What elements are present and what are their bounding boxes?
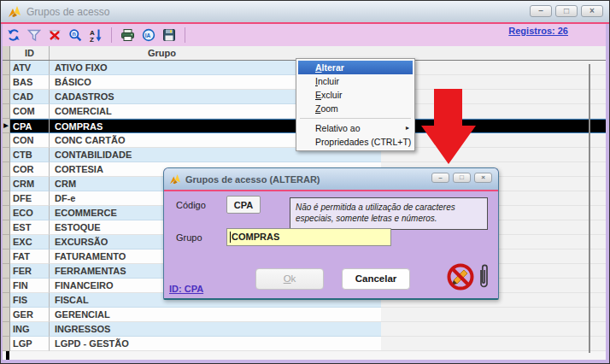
codigo-field[interactable]: CPA xyxy=(226,196,261,214)
zoom-search-icon[interactable]: n xyxy=(67,28,82,43)
cell-id[interactable]: LGP xyxy=(10,337,50,351)
row-selector[interactable] xyxy=(3,250,10,264)
cancel-button[interactable]: Cancelar xyxy=(342,268,410,290)
cell-id[interactable]: ING xyxy=(10,322,50,337)
row-selector[interactable] xyxy=(3,133,10,148)
vertical-scrollbar[interactable] xyxy=(589,64,590,353)
row-selector[interactable] xyxy=(3,337,10,351)
row-selector[interactable] xyxy=(3,90,10,104)
cell-id[interactable]: CAD xyxy=(10,90,50,104)
print-icon[interactable] xyxy=(120,28,135,43)
butterfly-logo-icon xyxy=(8,6,21,18)
menu-item-relativo-ao[interactable]: Relativo ao▸ xyxy=(298,121,413,135)
submenu-arrow-icon: ▸ xyxy=(406,121,409,135)
column-header-id[interactable]: ID xyxy=(10,46,50,60)
cell-id[interactable]: FIN xyxy=(10,279,50,293)
context-menu: AlterarIncluirExcluirZoomRelativo ao▸Pro… xyxy=(296,58,415,151)
dialog-titlebar: Grupos de acesso (ALTERAR) –□× xyxy=(164,168,498,190)
row-selector[interactable] xyxy=(3,206,10,220)
grupo-label: Grupo xyxy=(176,232,202,243)
cell-id[interactable]: CPA xyxy=(10,119,50,133)
refresh-icon[interactable] xyxy=(6,28,21,43)
cell-id[interactable]: CTB xyxy=(10,148,50,162)
warning-message: Não é permitida a utilização de caracter… xyxy=(290,197,488,230)
table-row[interactable]: INGINGRESSOS xyxy=(3,322,606,337)
row-selector[interactable] xyxy=(3,293,10,308)
row-selector[interactable] xyxy=(3,104,10,119)
row-selector[interactable] xyxy=(3,308,10,322)
dialog-body: Código CPA Não é permitida a utilização … xyxy=(164,191,498,298)
cell-id[interactable]: ATV xyxy=(10,61,50,75)
toolbar-separator xyxy=(185,27,185,43)
filter-icon[interactable] xyxy=(26,28,41,43)
grid-bottom-strip xyxy=(3,351,606,360)
id-link[interactable]: ID: CPA xyxy=(169,284,203,294)
ia-icon[interactable]: IA xyxy=(141,28,155,43)
text-cursor xyxy=(230,232,231,243)
cell-id[interactable]: COR xyxy=(10,162,50,177)
row-selector[interactable] xyxy=(3,322,10,337)
toolbar-separator xyxy=(111,27,112,43)
main-titlebar: Grupos de acesso –□× xyxy=(1,1,609,22)
dialog-window-controls: –□× xyxy=(431,173,492,183)
window-border-bottom xyxy=(1,360,609,364)
toolbar: n AZ IA Registros: 26 xyxy=(3,24,606,46)
menu-item-propriedades-ctrl-t[interactable]: Propriedades (CTRL+T) xyxy=(298,135,413,149)
row-selector[interactable] xyxy=(3,162,10,177)
save-icon[interactable] xyxy=(161,28,176,43)
selected-row-marker[interactable]: ▶ xyxy=(3,119,10,133)
row-selector[interactable] xyxy=(3,177,10,191)
row-filler xyxy=(381,308,606,322)
cell-id[interactable]: ECO xyxy=(10,206,50,220)
selector-column-header xyxy=(3,46,10,60)
cell-id[interactable]: COM xyxy=(10,104,50,119)
maximize-button[interactable]: □ xyxy=(453,173,471,183)
menu-item-excluir[interactable]: Excluir xyxy=(298,88,413,102)
cell-id[interactable]: FAT xyxy=(10,250,50,264)
window-controls: –□× xyxy=(530,5,603,17)
codigo-label: Código xyxy=(176,200,206,210)
attachment-icon xyxy=(478,261,490,294)
menu-item-incluir[interactable]: Incluir xyxy=(298,74,413,88)
row-selector[interactable] xyxy=(3,75,10,90)
ok-button[interactable]: Ok xyxy=(255,268,324,290)
sort-icon[interactable]: AZ xyxy=(88,28,103,43)
cell-id[interactable]: BAS xyxy=(10,75,50,90)
minimize-button[interactable]: – xyxy=(530,5,552,17)
svg-text:Z: Z xyxy=(90,36,94,43)
cell-id[interactable]: GER xyxy=(10,308,50,322)
maximize-button[interactable]: □ xyxy=(555,5,578,17)
registros-link[interactable]: Registros: 26 xyxy=(508,26,568,36)
row-selector[interactable] xyxy=(3,191,10,206)
row-selector[interactable] xyxy=(3,61,10,75)
row-selector[interactable] xyxy=(3,264,10,279)
table-row[interactable]: LGPLGPD - GESTÃO xyxy=(3,337,606,351)
window-border-right xyxy=(606,24,609,363)
cell-id[interactable]: DFE xyxy=(10,191,50,206)
row-selector[interactable] xyxy=(3,235,10,250)
grupo-field[interactable]: COMPRAS xyxy=(226,228,391,246)
clear-filter-icon[interactable] xyxy=(47,28,62,43)
svg-text:n: n xyxy=(72,31,75,37)
cell-grupo[interactable]: LGPD - GESTÃO xyxy=(50,337,381,351)
cell-id[interactable]: CRM xyxy=(10,177,50,191)
cell-id[interactable]: CON xyxy=(10,133,50,148)
cell-id[interactable]: EST xyxy=(10,220,50,235)
row-selector[interactable] xyxy=(3,279,10,293)
cell-id[interactable]: FIS xyxy=(10,293,50,308)
minimize-button[interactable]: – xyxy=(431,173,449,183)
cell-id[interactable]: FER xyxy=(10,264,50,279)
cell-id[interactable]: EXC xyxy=(10,235,50,250)
window-border-left xyxy=(1,24,3,363)
cell-grupo[interactable]: GERENCIAL xyxy=(50,308,381,322)
menu-item-zoom[interactable]: Zoom xyxy=(298,102,413,115)
close-button[interactable]: × xyxy=(581,5,603,17)
main-window: Grupos de acesso –□× n AZ IA Registr xyxy=(0,0,610,364)
row-filler xyxy=(381,322,606,337)
cell-grupo[interactable]: INGRESSOS xyxy=(50,322,381,337)
table-row[interactable]: GERGERENCIAL xyxy=(3,308,606,322)
close-button[interactable]: × xyxy=(474,173,492,183)
row-selector[interactable] xyxy=(3,148,10,162)
menu-item-alterar[interactable]: Alterar xyxy=(298,61,413,74)
row-selector[interactable] xyxy=(3,220,10,235)
